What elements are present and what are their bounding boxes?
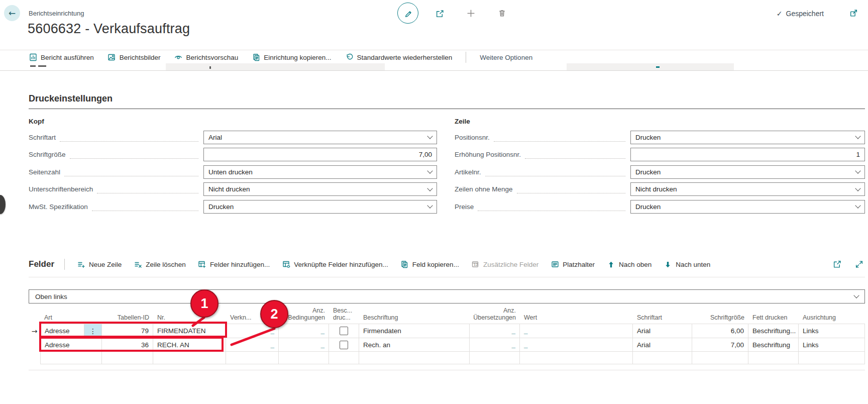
cell-art[interactable]: Adresse: [40, 338, 102, 352]
cell-schriftart[interactable]: Arial: [633, 324, 692, 338]
cell-ausrichtung[interactable]: Links: [799, 338, 865, 352]
chevron-down-icon: [427, 168, 432, 174]
felder-zeile-loeschen-button[interactable]: Zeile löschen: [134, 260, 186, 269]
cell-anz-uebersetzungen[interactable]: [470, 352, 520, 364]
cell-besc-druc[interactable]: [329, 324, 359, 338]
kopf-mwst-spezifikation-select[interactable]: Drucken: [203, 200, 437, 214]
action-einrichtung-kopieren[interactable]: Einrichtung kopieren...: [252, 53, 331, 62]
cell-fett-drucken[interactable]: [748, 352, 799, 364]
column-header-tabellen-id[interactable]: Tabellen-ID: [102, 307, 153, 324]
cell-ausrichtung[interactable]: [799, 352, 865, 364]
action-bericht-ausfuehren[interactable]: Bericht ausführen: [29, 53, 94, 62]
felder-feld-kopieren-button[interactable]: Feld kopieren...: [400, 260, 459, 269]
cell-schriftgroesse[interactable]: [692, 352, 748, 364]
field-label: Preise: [455, 203, 474, 211]
cell-nr[interactable]: FIRMENDATEN: [153, 324, 226, 338]
dotted-leader: [60, 133, 198, 142]
zeile-preise-select[interactable]: Drucken: [630, 200, 865, 214]
kopf-unterschriftenbereich-select[interactable]: Nicht drucken: [203, 182, 437, 196]
column-header-schriftart[interactable]: Schriftart: [633, 307, 692, 324]
felder-verknuepfte-hinzufuegen-button[interactable]: Verknüpfte Felder hinzufügen...: [282, 260, 388, 269]
action-berichtsbilder[interactable]: Berichtsbilder: [107, 53, 161, 62]
cell-wert-link[interactable]: _: [520, 338, 633, 352]
delete-button[interactable]: [496, 7, 508, 19]
felder-platzhalter-button[interactable]: Platzhalter: [551, 260, 595, 269]
print-settings-grid: Kopf Schriftart Arial Schriftgröße 7,00 …: [29, 114, 865, 216]
cell-fett-drucken[interactable]: Beschriftung: [748, 338, 799, 352]
cell-art[interactable]: Adresse: [40, 324, 84, 338]
field-row-artikelnr: Artikelnr. Drucken: [455, 163, 865, 181]
felder-nach-unten-button[interactable]: Nach unten: [664, 260, 710, 269]
cell-art[interactable]: [40, 352, 102, 364]
left-edge-tab[interactable]: [0, 195, 6, 214]
cell-anz-bedingungen[interactable]: [279, 352, 329, 364]
cell-tabellen-id[interactable]: 36: [102, 338, 153, 352]
felder-neue-zeile-button[interactable]: Neue Zeile: [77, 260, 122, 269]
zeile-artikelnr-select[interactable]: Drucken: [630, 165, 865, 179]
kopf-schriftart-select[interactable]: Arial: [203, 131, 437, 144]
dotted-leader: [494, 133, 625, 142]
cell-anz-bedingungen-link[interactable]: _: [279, 338, 329, 352]
cell-nr[interactable]: RECH. AN: [153, 338, 226, 352]
kopf-seitenzahl-select[interactable]: Unten drucken: [203, 165, 437, 179]
input-value: 7,00: [419, 151, 432, 158]
row-selector-arrow: →: [29, 324, 40, 338]
breadcrumb[interactable]: Berichtseinrichtung: [29, 10, 84, 17]
column-header-art[interactable]: Art: [40, 307, 102, 324]
kopf-schriftgroesse-input[interactable]: 7,00: [203, 148, 437, 161]
zeile-erhoehung-positionsnr-input[interactable]: 1: [630, 148, 865, 161]
cell-verkn-link[interactable]: _: [226, 338, 279, 352]
column-header-ausrichtung[interactable]: Ausrichtung: [799, 307, 865, 324]
divider: [29, 277, 865, 277]
cell-fett-drucken[interactable]: Beschriftung...: [748, 324, 799, 338]
cell-schriftart[interactable]: [633, 352, 692, 364]
cell-anz-uebersetzungen-link[interactable]: _: [470, 338, 520, 352]
edit-button[interactable]: [397, 3, 418, 24]
save-status: ✓ Gespeichert: [777, 10, 824, 18]
cell-tabellen-id[interactable]: [102, 352, 153, 364]
cell-ausrichtung[interactable]: Links: [799, 324, 865, 338]
felder-zusaetzliche-felder-button[interactable]: 12 Zusätzliche Felder: [471, 260, 538, 269]
action-berichtsvorschau[interactable]: Berichtsvorschau: [174, 53, 239, 62]
share-button[interactable]: [433, 8, 446, 20]
cell-anz-bedingungen-link[interactable]: _: [279, 324, 329, 338]
cell-assist-edit-button[interactable]: ⋮: [84, 324, 102, 338]
column-header-anz-uebersetzungen[interactable]: Anz.Übersetzungen: [470, 307, 520, 324]
cell-schriftgroesse[interactable]: 7,00: [692, 338, 748, 352]
toolbar-label: Platzhalter: [563, 261, 595, 268]
cell-wert-link[interactable]: _: [520, 324, 633, 338]
cell-beschriftung[interactable]: Rech. an: [359, 338, 470, 352]
action-standardwerte-wiederherstellen[interactable]: Standardwerte wiederherstellen: [345, 53, 452, 62]
cell-beschriftung[interactable]: Firmendaten: [359, 324, 470, 338]
felder-expand-button[interactable]: [853, 258, 865, 270]
cell-schriftart[interactable]: Arial: [633, 338, 692, 352]
checkbox-unchecked[interactable]: [340, 327, 348, 335]
felder-share-button[interactable]: [831, 258, 843, 270]
cell-tabellen-id[interactable]: 79: [102, 324, 153, 338]
felder-hinzufuegen-button[interactable]: Felder hinzufügen...: [198, 260, 270, 269]
zeile-zeilen-ohne-menge-select[interactable]: Nicht drucken: [630, 182, 865, 196]
column-header-besc-druc[interactable]: Besc...druc...: [329, 307, 359, 324]
action-weitere-optionen[interactable]: Weitere Optionen: [480, 54, 532, 61]
cell-wert[interactable]: [520, 352, 633, 364]
open-in-window-button[interactable]: [849, 9, 858, 19]
checkbox-unchecked[interactable]: [340, 341, 348, 349]
expand-icon: [855, 260, 863, 269]
cell-schriftgroesse[interactable]: 6,00: [692, 324, 748, 338]
felder-toolbar: Felder Neue Zeile Zeile löschen Felder h…: [29, 258, 865, 270]
cell-beschriftung[interactable]: [359, 352, 470, 364]
cell-nr[interactable]: [153, 352, 226, 364]
layout-position-select[interactable]: Oben links: [29, 289, 865, 304]
back-button[interactable]: ←: [4, 5, 20, 21]
zeile-positionsnr-select[interactable]: Drucken: [630, 131, 865, 144]
felder-nach-oben-button[interactable]: Nach oben: [607, 260, 652, 269]
column-header-fett-drucken[interactable]: Fett drucken: [748, 307, 799, 324]
cell-besc-druc[interactable]: [329, 352, 359, 364]
cell-besc-druc[interactable]: [329, 338, 359, 352]
cell-anz-uebersetzungen-link[interactable]: _: [470, 324, 520, 338]
column-header-wert[interactable]: Wert: [520, 307, 633, 324]
column-header-beschriftung[interactable]: Beschriftung: [359, 307, 470, 324]
new-button[interactable]: [465, 7, 477, 19]
cell-verkn[interactable]: [226, 352, 279, 364]
column-header-schriftgroesse[interactable]: Schriftgröße: [692, 307, 748, 324]
